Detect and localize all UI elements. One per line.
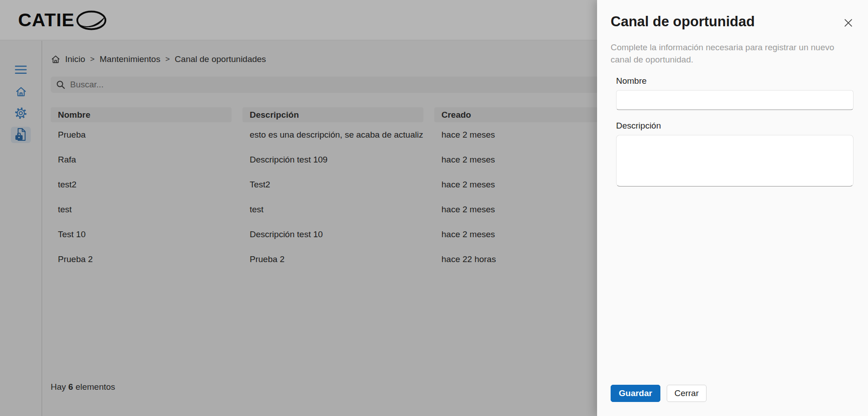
drawer-title: Canal de oportunidad — [611, 14, 854, 30]
nombre-input[interactable] — [616, 90, 854, 110]
close-button[interactable]: Cerrar — [667, 385, 707, 402]
save-button[interactable]: Guardar — [611, 385, 660, 402]
close-icon — [844, 18, 853, 28]
drawer-form: Nombre Descripción — [611, 76, 854, 188]
drawer-subtitle: Complete la información necesaria para r… — [611, 42, 854, 66]
nombre-field-label: Nombre — [616, 76, 854, 86]
descripcion-textarea[interactable] — [616, 135, 854, 186]
descripcion-field-label: Descripción — [616, 121, 854, 131]
opportunity-channel-drawer: Canal de oportunidad Complete la informa… — [597, 0, 868, 416]
drawer-close-button[interactable] — [843, 17, 854, 28]
drawer-actions: Guardar Cerrar — [611, 385, 707, 402]
